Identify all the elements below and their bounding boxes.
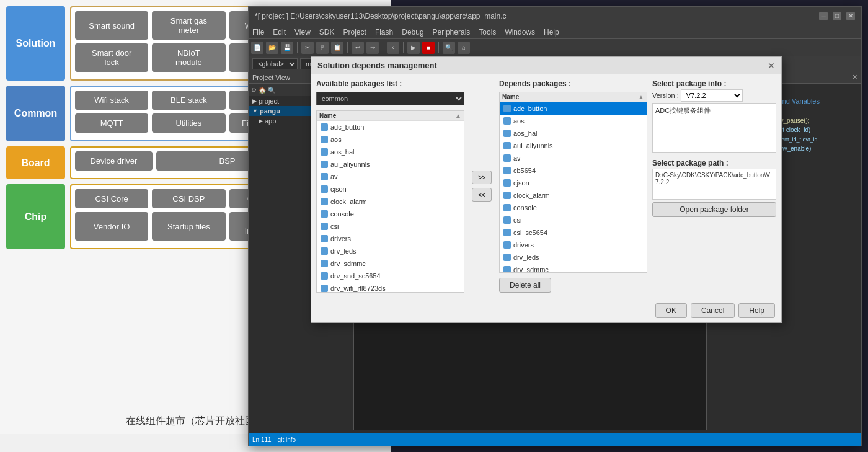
- available-packages-dropdown[interactable]: common: [316, 92, 464, 105]
- pkg-info-section: Select package info : Version : V7.2.2 A…: [652, 79, 776, 153]
- cell-ble-stack[interactable]: BLE stack: [152, 91, 225, 110]
- cell-vendor-io[interactable]: Vendor IO: [75, 212, 148, 241]
- cell-smart-door[interactable]: Smart doorlock: [75, 43, 148, 72]
- cell-smart-gas[interactable]: Smart gasmeter: [152, 11, 225, 40]
- minimize-button[interactable]: ─: [819, 12, 828, 20]
- scope-select[interactable]: <global>: [252, 58, 298, 69]
- avail-aos-hal[interactable]: aos_hal: [317, 146, 464, 158]
- tb-cut[interactable]: ✂: [301, 42, 314, 54]
- tb-home[interactable]: ⌂: [458, 42, 470, 54]
- cell-mqtt[interactable]: MQTT: [75, 113, 148, 133]
- menu-project[interactable]: Project: [343, 28, 366, 37]
- tb-save[interactable]: 💾: [281, 42, 293, 54]
- available-list-sort-icon[interactable]: ▲: [455, 112, 461, 119]
- avail-drv-sdmmc[interactable]: drv_sdmmc: [317, 257, 464, 270]
- menu-sdk[interactable]: SDK: [319, 28, 335, 37]
- tb-sep4: [403, 42, 404, 53]
- cell-utilities[interactable]: Utilities: [152, 113, 225, 133]
- dep-drv-leds[interactable]: drv_leds: [500, 251, 647, 264]
- dep-console[interactable]: console: [500, 202, 647, 214]
- dep-drv-sdmmc[interactable]: drv_sdmmc: [500, 264, 647, 273]
- avail-drv-wifi[interactable]: drv_wifi_rtl8723ds: [317, 282, 464, 293]
- cell-smart-sound[interactable]: Smart sound: [75, 11, 148, 40]
- menu-windows[interactable]: Windows: [505, 28, 535, 37]
- tool-icon3[interactable]: 🔍: [268, 87, 275, 94]
- tb-undo[interactable]: ↩: [352, 42, 364, 54]
- menu-peripherals[interactable]: Peripherals: [433, 28, 471, 37]
- avail-adc-button[interactable]: adc_button: [317, 121, 464, 133]
- add-dependency-button[interactable]: >>: [472, 171, 492, 184]
- help-button[interactable]: Help: [738, 303, 775, 318]
- dialog-footer: OK Cancel Help: [311, 298, 781, 322]
- depends-packages-header: Depends packages :: [499, 79, 647, 88]
- dep-clock-alarm[interactable]: clock_alarm: [500, 189, 647, 202]
- label-chip: Chip: [6, 184, 65, 249]
- avail-drv-snd[interactable]: drv_snd_sc5654: [317, 270, 464, 282]
- menu-help[interactable]: Help: [544, 28, 559, 37]
- dep-aui[interactable]: aui_aliyunnls: [500, 140, 647, 152]
- tree-label-pangu: pangu: [260, 107, 280, 115]
- tb-paste[interactable]: 📋: [331, 42, 343, 54]
- cancel-button[interactable]: Cancel: [691, 303, 735, 318]
- close-button[interactable]: ✕: [846, 12, 855, 20]
- dep-cjson[interactable]: cjson: [500, 177, 647, 189]
- cell-csi-dsp[interactable]: CSI DSP: [152, 189, 225, 208]
- title-text: *[ project ] E:\Users\cskyuser113\Deskto…: [255, 12, 819, 20]
- available-packages-header: Available packages list :: [316, 79, 464, 88]
- dep-adc-button[interactable]: adc_button: [500, 102, 647, 115]
- tb-open[interactable]: 📂: [266, 42, 278, 54]
- tb-build[interactable]: ▶: [407, 42, 420, 54]
- menu-debug[interactable]: Debug: [402, 28, 423, 37]
- tool-icon1[interactable]: ⚙: [251, 87, 257, 94]
- cell-startup[interactable]: Startup files: [152, 212, 225, 241]
- avail-console[interactable]: console: [317, 208, 464, 220]
- delete-all-button[interactable]: Delete all: [499, 278, 551, 293]
- cell-nbiot[interactable]: NBIoTmodule: [152, 43, 225, 72]
- depends-list-sort-icon[interactable]: ▲: [638, 94, 644, 100]
- tb-stop[interactable]: ■: [422, 42, 435, 54]
- menu-tools[interactable]: Tools: [479, 28, 496, 37]
- remove-dependency-button[interactable]: <<: [472, 188, 492, 202]
- tool-icon2[interactable]: 🏠: [259, 87, 266, 94]
- cell-device-driver[interactable]: Device driver: [75, 151, 153, 171]
- tb-new[interactable]: 📄: [251, 42, 264, 54]
- menu-view[interactable]: View: [294, 28, 311, 37]
- dep-csi[interactable]: csi: [500, 214, 647, 226]
- menu-file[interactable]: File: [252, 28, 264, 37]
- maximize-button[interactable]: □: [833, 12, 841, 20]
- avail-aos[interactable]: aos: [317, 133, 464, 146]
- cell-wifi-stack[interactable]: Wifi stack: [75, 91, 148, 110]
- pkg-icon-dep: [503, 254, 511, 261]
- menu-edit[interactable]: Edit: [273, 28, 286, 37]
- tree-arrow-app: ▶: [259, 118, 263, 124]
- tb-back[interactable]: ‹: [387, 42, 399, 54]
- dep-av[interactable]: av: [500, 152, 647, 164]
- tb-redo[interactable]: ↪: [366, 42, 379, 54]
- depends-packages-column: Depends packages : Name ▲ adc_button aos…: [499, 79, 647, 293]
- title-bar: *[ project ] E:\Users\cskyuser113\Deskto…: [249, 7, 861, 25]
- ok-button[interactable]: OK: [655, 303, 687, 318]
- cell-csi-core[interactable]: CSI Core: [75, 189, 148, 208]
- avail-aui[interactable]: aui_aliyunnls: [317, 158, 464, 171]
- menu-flash[interactable]: Flash: [375, 28, 393, 37]
- avail-av[interactable]: av: [317, 171, 464, 183]
- avail-csi[interactable]: csi: [317, 220, 464, 233]
- dep-drivers[interactable]: drivers: [500, 239, 647, 251]
- outline-close-btn[interactable]: ✕: [852, 73, 857, 81]
- open-folder-button[interactable]: Open package folder: [652, 202, 776, 217]
- avail-drivers[interactable]: drivers: [317, 233, 464, 245]
- avail-cjson[interactable]: cjson: [317, 183, 464, 195]
- dep-aos[interactable]: aos: [500, 115, 647, 127]
- dialog-close-button[interactable]: ✕: [768, 61, 775, 71]
- dep-cb5654[interactable]: cb5654: [500, 164, 647, 177]
- dep-csi-sc5654[interactable]: csi_sc5654: [500, 226, 647, 239]
- avail-drv-leds[interactable]: drv_leds: [317, 245, 464, 257]
- version-select[interactable]: V7.2.2: [681, 89, 743, 102]
- pkg-icon-dep: [503, 167, 511, 174]
- dep-aos-hal[interactable]: aos_hal: [500, 127, 647, 140]
- pkg-icon: [321, 161, 328, 168]
- avail-clock-alarm[interactable]: clock_alarm: [317, 195, 464, 208]
- tb-search[interactable]: 🔍: [443, 42, 455, 54]
- pkg-icon: [321, 223, 328, 230]
- tb-copy[interactable]: ⎘: [316, 42, 329, 54]
